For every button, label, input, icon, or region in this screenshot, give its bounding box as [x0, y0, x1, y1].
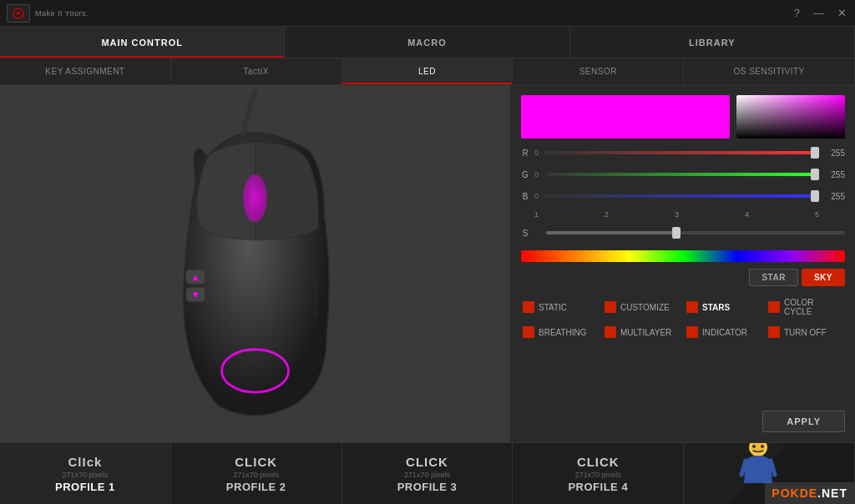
b-slider-row: B 0 255: [521, 189, 845, 204]
profile-2-click: CLICK: [235, 455, 277, 469]
effect-customize[interactable]: CUSTOMIZE: [603, 295, 681, 320]
svg-point-2: [243, 174, 267, 222]
g-label: G: [521, 170, 529, 179]
svg-point-1: [17, 12, 20, 15]
tab-macro[interactable]: MACRO: [285, 27, 569, 58]
apply-section: APPLY: [521, 404, 845, 432]
profile-5-item[interactable]: POKDE.NET CLICK PROFILE 5: [684, 443, 855, 504]
watermark-text: POKDE.NET: [772, 486, 847, 500]
effect-breathing[interactable]: BREATHING: [521, 323, 600, 341]
title-bar: Make It Yours. ? — ✕: [0, 0, 855, 27]
color-cycle-indicator: [768, 301, 780, 313]
svg-point-8: [749, 443, 767, 456]
star-button[interactable]: STAR: [749, 269, 797, 286]
breathing-label: BREATHING: [539, 328, 587, 337]
color-preview-box[interactable]: [521, 95, 730, 139]
indicator-indicator: [686, 326, 698, 338]
subtab-led[interactable]: LED: [342, 58, 514, 84]
r-label: R: [521, 149, 529, 158]
s-slider-row: S: [521, 225, 845, 240]
profile-3-name: PROFILE 3: [397, 481, 458, 493]
content-area: ▲ ▼ R 0 255: [0, 85, 855, 442]
minimize-button[interactable]: —: [812, 7, 826, 19]
profile-4-item[interactable]: CLICK 271x70 pixels PROFILE 4: [513, 443, 684, 504]
effect-stars[interactable]: STARS: [685, 295, 763, 320]
profile-4-name: PROFILE 4: [568, 481, 628, 493]
effect-turn-off[interactable]: TURN OFF: [766, 323, 845, 341]
static-label: STATIC: [539, 303, 567, 312]
profile-1-click: ClIck: [68, 455, 102, 469]
color-picker-gradient[interactable]: [736, 95, 845, 139]
mode-buttons: STAR SKY: [521, 269, 845, 286]
svg-text:▼: ▼: [191, 290, 200, 300]
profile-1-name: PROFILE 1: [55, 481, 115, 493]
logo-text: Make It Yours.: [35, 9, 89, 18]
s-numbers: 1 2 3 4 5: [534, 210, 819, 219]
profile-1-pixels: 271x70 pixels: [62, 471, 108, 479]
mascot-icon: [737, 443, 779, 487]
r-min: 0: [534, 149, 539, 157]
sub-navigation: KEY ASSIGNMENT TactiX LED SENSOR OS SENS…: [0, 58, 855, 85]
effect-color-cycle[interactable]: COLOR CYCLE: [766, 295, 845, 320]
r-slider-row: R 0 255: [521, 145, 845, 160]
tab-library[interactable]: LIBRARY: [570, 27, 855, 58]
b-min: 0: [534, 192, 539, 200]
turn-off-label: TURN OFF: [784, 328, 827, 337]
r-value: 255: [824, 149, 845, 158]
profile-3-click: CLICK: [406, 455, 448, 469]
g-min: 0: [534, 170, 539, 179]
stars-label: STARS: [702, 303, 730, 312]
customize-indicator: [605, 301, 616, 313]
g-value: 255: [824, 170, 845, 179]
indicator-label: INDICATOR: [702, 328, 747, 337]
multilayer-indicator: [605, 326, 616, 338]
profile-4-click: CLICK: [577, 455, 620, 469]
r-slider-track[interactable]: [545, 151, 819, 154]
svg-point-11: [761, 445, 764, 448]
g-slider-track[interactable]: [545, 173, 819, 176]
subtab-sensor[interactable]: SENSOR: [513, 58, 684, 84]
profile-2-name: PROFILE 2: [226, 481, 286, 493]
profile-3-pixels: 271x70 pixels: [404, 471, 450, 479]
stars-indicator: [686, 301, 698, 313]
subtab-tactix[interactable]: TactiX: [171, 58, 342, 84]
control-panel: R 0 255 G 0 255 B 0 255: [511, 85, 855, 442]
sky-button[interactable]: SKY: [802, 269, 845, 286]
b-label: B: [521, 192, 529, 201]
apply-button[interactable]: APPLY: [762, 411, 845, 432]
subtab-key-assignment[interactable]: KEY ASSIGNMENT: [0, 58, 171, 84]
s-slider-track[interactable]: [546, 231, 845, 234]
b-slider-track[interactable]: [545, 194, 819, 198]
svg-text:▲: ▲: [191, 272, 200, 282]
profile-3-item[interactable]: CLICK 271x70 pixels PROFILE 3: [342, 443, 514, 504]
profile-2-item[interactable]: CLICK 271x70 pixels PROFILE 2: [171, 443, 342, 504]
tab-main-control[interactable]: MAIN CONTROL: [0, 27, 285, 58]
window-controls: ? — ✕: [792, 7, 848, 19]
color-cycle-label: COLOR CYCLE: [784, 298, 843, 316]
cooler-master-logo: [7, 4, 30, 23]
mouse-display-panel: ▲ ▼: [0, 85, 511, 442]
main-navigation: MAIN CONTROL MACRO LIBRARY: [0, 27, 855, 58]
effect-static[interactable]: STATIC: [521, 295, 600, 320]
breathing-indicator: [523, 326, 534, 338]
b-value: 255: [824, 192, 845, 201]
subtab-os-sensitivity[interactable]: OS SENSITIVITY: [684, 58, 855, 84]
multilayer-label: MULTILAYER: [620, 328, 671, 337]
customize-label: CUSTOMIZE: [620, 303, 670, 312]
profile-1-item[interactable]: ClIck 271x70 pixels PROFILE 1: [0, 443, 171, 504]
profile-bar: ClIck 271x70 pixels PROFILE 1 CLICK 271x…: [0, 442, 855, 504]
svg-point-10: [752, 445, 756, 448]
profile-4-pixels: 271x70 pixels: [575, 471, 621, 479]
color-preview-row: [521, 95, 845, 139]
effect-multilayer[interactable]: MULTILAYER: [603, 323, 681, 341]
mouse-image: ▲ ▼: [0, 85, 510, 442]
svg-point-9: [751, 443, 765, 452]
s-label: S: [521, 229, 529, 238]
turn-off-indicator: [768, 326, 780, 338]
help-button[interactable]: ?: [792, 7, 802, 19]
rainbow-color-bar[interactable]: [521, 250, 845, 262]
close-button[interactable]: ✕: [836, 7, 848, 19]
profile-2-pixels: 271x70 pixels: [233, 471, 279, 479]
effect-indicator[interactable]: INDICATOR: [685, 323, 763, 341]
g-slider-row: G 0 255: [521, 167, 845, 182]
